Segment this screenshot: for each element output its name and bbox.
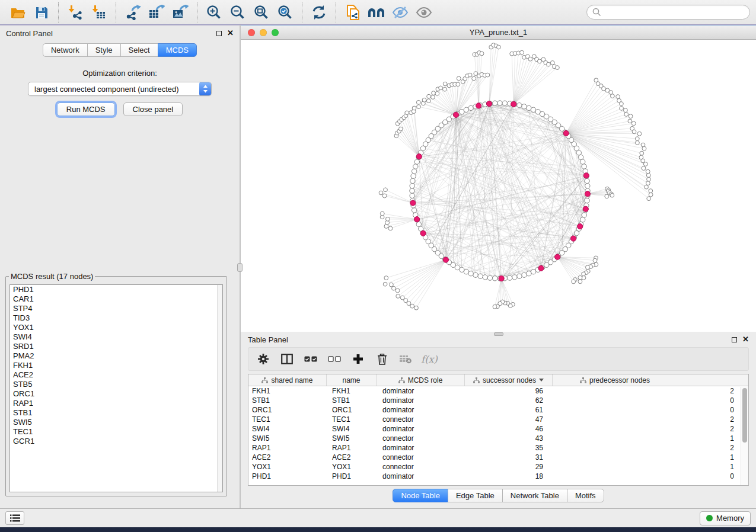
zoom-fit-button[interactable] — [251, 2, 272, 23]
table-cell[interactable]: dominator — [377, 443, 465, 453]
table-cell[interactable]: PHD1 — [327, 472, 377, 481]
table-cell[interactable]: 35 — [465, 443, 553, 453]
table-cell[interactable]: YOX1 — [327, 462, 377, 472]
deselect-all-button[interactable] — [326, 350, 343, 368]
table-cell[interactable]: 61 — [465, 405, 553, 415]
splitter-grip[interactable] — [237, 263, 243, 272]
table-cell[interactable]: 0 — [553, 396, 748, 405]
export-table-button[interactable] — [146, 2, 167, 23]
table-cell[interactable]: 31 — [465, 453, 553, 462]
table-cell[interactable]: 2 — [553, 386, 748, 396]
table-cell[interactable]: FKH1 — [248, 386, 327, 396]
tab-mcds[interactable]: MCDS — [158, 43, 197, 57]
mcds-result-item[interactable]: FKH1 — [10, 361, 222, 370]
table-cell[interactable]: ORC1 — [248, 405, 327, 415]
table-row[interactable]: ACE2ACE2connector311 — [248, 453, 748, 462]
mcds-result-item[interactable]: STB1 — [10, 408, 222, 418]
float-table-panel-icon[interactable] — [732, 337, 737, 342]
zoom-in-button[interactable] — [204, 2, 224, 23]
table-cell[interactable]: 1 — [553, 462, 748, 472]
delete-column-button[interactable] — [373, 350, 391, 368]
node-table[interactable]: shared name name MCDS role successor nod… — [248, 374, 749, 486]
add-column-button[interactable] — [349, 350, 367, 368]
table-cell[interactable]: 96 — [465, 386, 553, 396]
table-cell[interactable]: PHD1 — [248, 472, 327, 481]
memory-button[interactable]: Memory — [700, 511, 751, 525]
table-cell[interactable]: TEC1 — [248, 415, 327, 424]
export-image-button[interactable] — [170, 2, 190, 23]
table-cell[interactable]: RAP1 — [248, 443, 327, 453]
mcds-result-item[interactable]: SWI4 — [10, 332, 222, 342]
import-network-button[interactable] — [65, 2, 85, 23]
mcds-result-item[interactable]: GCR1 — [10, 437, 222, 446]
network-window-titlebar[interactable]: YPA_prune.txt_1 — [241, 25, 756, 40]
table-row[interactable]: PHD1PHD1dominator180 — [248, 472, 748, 481]
hide-selected-button[interactable] — [390, 2, 410, 23]
float-panel-icon[interactable] — [216, 31, 222, 36]
table-cell[interactable]: SWI5 — [327, 434, 377, 443]
refresh-button[interactable] — [309, 2, 329, 23]
table-cell[interactable]: connector — [377, 415, 465, 424]
table-row[interactable]: SWI5SWI5connector431 — [248, 434, 748, 443]
mcds-result-item[interactable]: PHD1 — [10, 285, 222, 294]
table-row[interactable]: YOX1YOX1connector291 — [248, 462, 748, 472]
tab-node-table[interactable]: Node Table — [393, 489, 448, 502]
tab-network[interactable]: Network — [43, 43, 88, 57]
column-header-predecessor-nodes[interactable]: predecessor nodes — [553, 374, 748, 386]
tab-select[interactable]: Select — [120, 43, 158, 57]
table-row[interactable]: STB1STB1dominator620 — [248, 396, 748, 405]
table-cell[interactable]: ACE2 — [248, 453, 327, 462]
table-vertical-scrollbar[interactable] — [741, 387, 748, 485]
mcds-result-item[interactable]: RAP1 — [10, 399, 222, 408]
close-window-icon[interactable] — [248, 29, 255, 36]
table-cell[interactable]: STB1 — [327, 396, 377, 405]
mcds-result-item[interactable]: TID3 — [10, 313, 222, 323]
mcds-result-item[interactable]: CAR1 — [10, 294, 222, 304]
zoom-out-button[interactable] — [228, 2, 248, 23]
table-cell[interactable]: 2 — [553, 415, 748, 424]
mcds-result-item[interactable]: TEC1 — [10, 427, 222, 437]
column-header-successor-nodes[interactable]: successor nodes — [465, 374, 553, 386]
select-all-button[interactable] — [302, 350, 320, 368]
table-cell[interactable]: dominator — [377, 386, 465, 396]
table-cell[interactable]: ORC1 — [327, 405, 377, 415]
table-cell[interactable]: ACE2 — [327, 453, 377, 462]
maximize-window-icon[interactable] — [272, 29, 279, 36]
table-cell[interactable]: dominator — [377, 424, 465, 434]
import-table-button[interactable] — [89, 2, 109, 23]
zoom-selected-button[interactable] — [275, 2, 295, 23]
table-cell[interactable]: FKH1 — [327, 386, 377, 396]
show-columns-button[interactable] — [278, 350, 296, 368]
table-cell[interactable]: 62 — [465, 396, 553, 405]
table-row[interactable]: TEC1TEC1connector472 — [248, 415, 748, 424]
table-row[interactable]: ORC1ORC1dominator610 — [248, 405, 748, 415]
column-header-mcds-role[interactable]: MCDS role — [377, 374, 465, 386]
mcds-result-item[interactable]: ACE2 — [10, 370, 222, 380]
mcds-result-item[interactable]: YOX1 — [10, 323, 222, 332]
table-cell[interactable]: STB1 — [248, 396, 327, 405]
mcds-result-item[interactable]: STP4 — [10, 304, 222, 313]
table-cell[interactable]: TEC1 — [327, 415, 377, 424]
table-cell[interactable]: 2 — [553, 424, 748, 434]
table-cell[interactable]: RAP1 — [327, 443, 377, 453]
search-input[interactable] — [605, 8, 744, 17]
table-cell[interactable]: 1 — [553, 434, 748, 443]
table-cell[interactable]: SWI4 — [327, 424, 377, 434]
mcds-result-list[interactable]: PHD1CAR1STP4TID3YOX1SWI4SRD1PMA2FKH1ACE2… — [9, 284, 223, 492]
table-cell[interactable]: 1 — [553, 453, 748, 462]
table-cell[interactable]: SWI5 — [248, 434, 327, 443]
show-all-button[interactable] — [414, 2, 434, 23]
table-cell[interactable]: 47 — [465, 415, 553, 424]
tab-style[interactable]: Style — [87, 43, 121, 57]
table-cell[interactable]: YOX1 — [248, 462, 327, 472]
table-cell[interactable]: connector — [377, 453, 465, 462]
table-cell[interactable]: 0 — [553, 405, 748, 415]
mcds-result-item[interactable]: SWI5 — [10, 418, 222, 427]
column-header-name[interactable]: name — [327, 374, 377, 386]
table-cell[interactable]: 43 — [465, 434, 553, 443]
table-cell[interactable]: dominator — [377, 405, 465, 415]
close-table-panel-icon[interactable]: ✕ — [742, 336, 749, 342]
show-panels-button[interactable] — [5, 511, 24, 525]
table-cell[interactable]: dominator — [377, 472, 465, 481]
table-row[interactable]: RAP1RAP1dominator352 — [248, 443, 748, 453]
